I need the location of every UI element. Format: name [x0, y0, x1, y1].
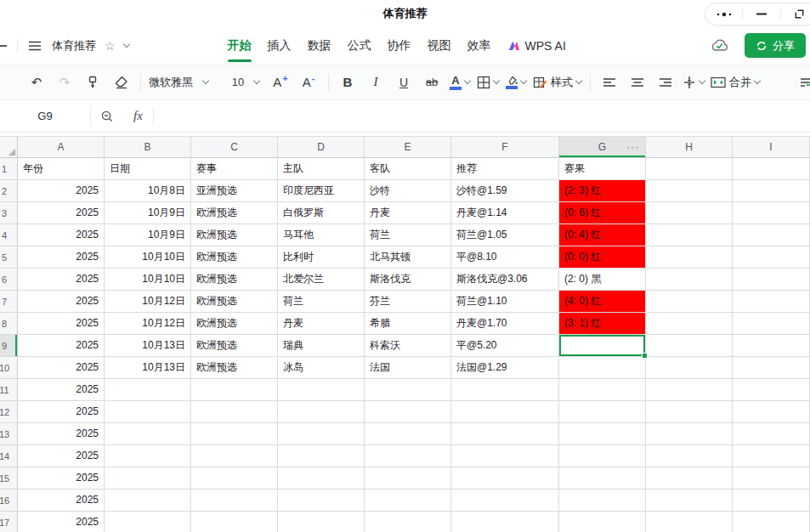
cell-F10[interactable]: 法国@1.29 — [451, 357, 559, 379]
cell-H10[interactable] — [646, 357, 733, 379]
cell-C4[interactable]: 欧洲预选 — [191, 224, 278, 246]
cell-F6[interactable]: 斯洛伐克@3.06 — [451, 269, 559, 291]
cell-C10[interactable]: 欧洲预选 — [191, 357, 278, 379]
cell-A14[interactable]: 2025 — [18, 445, 105, 467]
cell-B6[interactable]: 10月10日 — [105, 269, 191, 291]
cell-F13[interactable] — [451, 423, 559, 445]
cell-E1[interactable]: 客队 — [365, 158, 451, 180]
decrease-font-button[interactable]: A- — [297, 71, 320, 94]
row-header-12[interactable]: 12 — [0, 401, 18, 423]
row-header-15[interactable]: 15 — [0, 467, 18, 490]
cell-H12[interactable] — [646, 401, 733, 423]
cell-F4[interactable]: 荷兰@1.05 — [451, 224, 559, 246]
cell-A11[interactable]: 2025 — [18, 379, 105, 401]
cell-D1[interactable]: 主队 — [278, 158, 365, 180]
cell-D3[interactable]: 白俄罗斯 — [278, 202, 365, 224]
cell-A4[interactable]: 2025 — [18, 224, 105, 246]
cell-F3[interactable]: 丹麦@1.14 — [451, 202, 559, 224]
cell-G16[interactable] — [559, 490, 646, 512]
cell-I12[interactable] — [733, 401, 810, 423]
cell-A10[interactable]: 2025 — [18, 357, 105, 379]
cell-E16[interactable] — [365, 490, 451, 512]
cell-D9[interactable]: 瑞典 — [278, 335, 365, 357]
cell-B15[interactable] — [105, 467, 191, 490]
cell-F17[interactable] — [451, 512, 559, 532]
cell-I7[interactable] — [733, 291, 810, 313]
name-box[interactable]: G9 — [0, 110, 90, 122]
cell-F7[interactable]: 荷兰@1.10 — [451, 291, 559, 313]
cell-B4[interactable]: 10月9日 — [105, 224, 191, 246]
cell-H16[interactable] — [646, 490, 733, 512]
undo-button[interactable]: ↶ — [25, 71, 48, 94]
cell-D7[interactable]: 荷兰 — [278, 291, 365, 313]
tab-home[interactable]: 开始 — [228, 27, 252, 64]
cell-D14[interactable] — [278, 445, 365, 467]
cloud-saved-icon[interactable] — [710, 38, 730, 53]
cell-I11[interactable] — [733, 379, 810, 401]
cell-G5[interactable]: (0: 0) 红 — [559, 246, 646, 269]
cell-C7[interactable]: 欧洲预选 — [191, 291, 278, 313]
restore-button[interactable] — [781, 3, 810, 25]
tab-wps-ai[interactable]: WPS AI — [507, 27, 566, 64]
cell-E9[interactable]: 科索沃 — [365, 335, 451, 357]
format-painter-button[interactable] — [82, 71, 104, 94]
cell-G14[interactable] — [559, 445, 646, 467]
cell-D16[interactable] — [278, 490, 365, 512]
cell-F15[interactable] — [451, 467, 559, 490]
cell-I3[interactable] — [733, 202, 810, 224]
column-header-c[interactable]: C — [191, 137, 278, 158]
cell-C15[interactable] — [191, 467, 278, 490]
cell-I6[interactable] — [733, 269, 810, 291]
cell-A1[interactable]: 年份 — [18, 158, 105, 180]
cell-B7[interactable]: 10月12日 — [105, 291, 191, 313]
cell-B17[interactable] — [105, 512, 191, 532]
cell-G4[interactable]: (0: 4) 红 — [559, 224, 646, 246]
select-all-corner[interactable] — [0, 137, 18, 158]
cell-D8[interactable]: 丹麦 — [278, 313, 365, 335]
cell-A2[interactable]: 2025 — [18, 180, 105, 202]
minimize-button[interactable] — [743, 3, 779, 25]
cell-F8[interactable]: 丹麦@1.70 — [451, 313, 559, 335]
cell-E13[interactable] — [365, 423, 451, 445]
favorite-star-icon[interactable]: ☆ — [105, 39, 116, 53]
align-right-button[interactable] — [654, 71, 677, 94]
cell-H5[interactable] — [646, 246, 733, 269]
cell-E8[interactable]: 希腊 — [365, 313, 451, 335]
cell-D10[interactable]: 冰岛 — [278, 357, 365, 379]
cell-H11[interactable] — [646, 379, 733, 401]
cell-G3[interactable]: (0: 6) 红 — [559, 202, 646, 224]
cell-H17[interactable] — [646, 512, 733, 532]
cell-I8[interactable] — [733, 313, 810, 335]
cell-I9[interactable] — [733, 335, 810, 357]
cell-I13[interactable] — [733, 423, 810, 445]
cell-F11[interactable] — [451, 379, 559, 401]
cell-F9[interactable]: 平@5.20 — [451, 335, 559, 357]
cell-G2[interactable]: (2: 3) 红 — [559, 180, 646, 202]
doc-menu-chevron-icon[interactable] — [122, 41, 129, 48]
row-header-3[interactable]: 3 — [0, 202, 18, 224]
cell-F12[interactable] — [451, 401, 559, 423]
cell-B11[interactable] — [105, 379, 191, 401]
wrap-text-button[interactable] — [796, 71, 810, 94]
cell-F14[interactable] — [451, 445, 559, 467]
more-options-button[interactable] — [705, 3, 742, 25]
cell-H6[interactable] — [646, 269, 733, 291]
cell-C1[interactable]: 赛事 — [191, 158, 278, 180]
cell-G10[interactable] — [559, 357, 646, 379]
cell-A13[interactable]: 2025 — [18, 423, 105, 445]
cell-E10[interactable]: 法国 — [365, 357, 451, 379]
row-header-9[interactable]: 9 — [0, 335, 18, 357]
cell-I17[interactable] — [733, 512, 810, 532]
cell-C2[interactable]: 亚洲预选 — [191, 180, 278, 202]
cell-D17[interactable] — [278, 512, 365, 532]
cell-E3[interactable]: 丹麦 — [365, 202, 451, 224]
bold-button[interactable]: B — [337, 71, 359, 94]
column-header-b[interactable]: B — [105, 137, 191, 158]
row-header-7[interactable]: 7 — [0, 291, 18, 313]
cell-G7[interactable]: (4: 0) 红 — [559, 291, 646, 313]
cell-G1[interactable]: 赛果 — [559, 158, 646, 180]
cell-A5[interactable]: 2025 — [18, 246, 105, 269]
cell-H3[interactable] — [646, 202, 733, 224]
cell-D4[interactable]: 马耳他 — [278, 224, 365, 246]
column-header-g[interactable]: G ··· — [559, 137, 646, 158]
